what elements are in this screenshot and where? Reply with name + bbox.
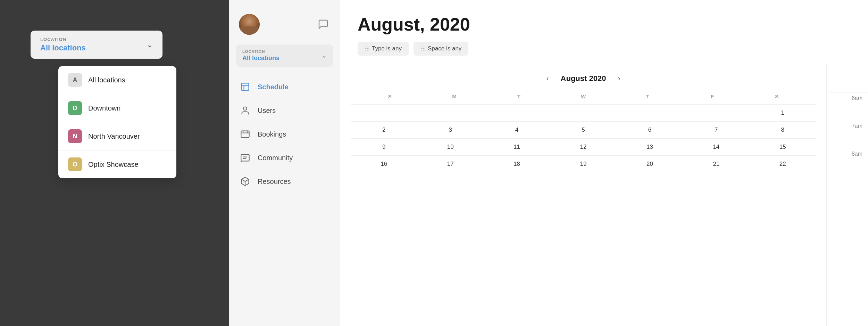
sidebar-item-label-bookings: Bookings	[258, 130, 286, 138]
sidebar-location-label: LOCATION	[242, 49, 279, 54]
day-header-fri: F	[680, 91, 745, 101]
cal-cell-7[interactable]: 7	[683, 122, 749, 138]
dropdown-item-label-downtown: Downtown	[88, 104, 120, 112]
sidebar-item-users[interactable]: Users	[229, 99, 340, 122]
calendar-prev-button[interactable]: ‹	[543, 73, 552, 84]
dropdown-item-label-north: North Vancouver	[88, 132, 140, 140]
chat-icon[interactable]	[316, 17, 330, 31]
sidebar-header	[229, 10, 340, 44]
cal-cell-9[interactable]: 9	[351, 139, 417, 155]
schedule-icon	[239, 81, 251, 93]
cal-cell-empty	[351, 105, 417, 121]
cal-cell-22[interactable]: 22	[750, 156, 816, 172]
cal-cell-12[interactable]: 12	[550, 139, 616, 155]
calendar-week-2: 2 3 4 5 6 7 8	[351, 121, 816, 138]
dropdown-item-north[interactable]: N North Vancouver	[58, 122, 176, 150]
svg-rect-2	[241, 131, 249, 138]
day-header-sun: S	[358, 91, 422, 101]
sidebar-item-label-community: Community	[258, 154, 293, 162]
calendar-week-1: 1	[351, 104, 816, 121]
cal-cell-16[interactable]: 16	[351, 156, 417, 172]
time-slot-8am: 8am	[827, 148, 868, 176]
type-filter-button[interactable]: ☷ Type is any	[358, 42, 409, 56]
day-header-sat: S	[744, 91, 809, 101]
location-dropdown: A All locations D Downtown N North Vanco…	[58, 66, 176, 178]
svg-point-1	[243, 107, 247, 110]
cal-cell-18[interactable]: 18	[484, 156, 550, 172]
cal-cell-19[interactable]: 19	[550, 156, 616, 172]
avatar[interactable]	[239, 14, 260, 35]
main-content: August, 2020 ☷ Type is any ☷ Space is an…	[340, 0, 868, 326]
chevron-down-icon: ⌄	[147, 40, 153, 49]
cal-cell-3[interactable]: 3	[417, 122, 483, 138]
bookings-icon	[239, 128, 251, 140]
cal-cell-1[interactable]: 1	[750, 105, 816, 121]
cal-cell-empty	[550, 105, 616, 121]
day-header-thu: T	[616, 91, 680, 101]
cal-cell-8[interactable]: 8	[750, 122, 816, 138]
left-section: LOCATION All locations ⌄ A All locations…	[0, 0, 229, 326]
time-slot-label-7am: 7am	[852, 123, 862, 129]
cal-cell-21[interactable]: 21	[683, 156, 749, 172]
cal-cell-13[interactable]: 13	[617, 139, 683, 155]
calendar-week-4: 16 17 18 19 20 21 22	[351, 155, 816, 172]
cal-cell-6[interactable]: 6	[617, 122, 683, 138]
sidebar-item-label-users: Users	[258, 107, 276, 115]
filter-icon-type: ☷	[365, 46, 369, 51]
main-app: LOCATION All locations ⌄ Schedule	[229, 0, 868, 326]
location-selector-inner: LOCATION All locations	[40, 37, 86, 52]
time-slot-label-6am: 6am	[852, 95, 862, 101]
space-filter-button[interactable]: ☷ Space is any	[414, 42, 468, 56]
calendar-days-header: S M T W T F S	[351, 91, 816, 101]
sidebar-item-bookings[interactable]: Bookings	[229, 122, 340, 146]
cal-cell-17[interactable]: 17	[417, 156, 483, 172]
users-icon	[239, 104, 251, 117]
cal-cell-20[interactable]: 20	[617, 156, 683, 172]
location-icon-optix: O	[68, 157, 82, 171]
cal-cell-empty	[683, 105, 749, 121]
location-selector-button[interactable]: LOCATION All locations ⌄	[31, 31, 162, 59]
cal-cell-11[interactable]: 11	[484, 139, 550, 155]
community-icon	[239, 152, 251, 164]
day-header-mon: M	[422, 91, 487, 101]
sidebar-item-community[interactable]: Community	[229, 146, 340, 170]
dropdown-item-optix[interactable]: O Optix Showcase	[58, 150, 176, 178]
sidebar-location-value: All locations	[242, 55, 279, 62]
cal-cell-14[interactable]: 14	[683, 139, 749, 155]
day-header-tue: T	[486, 91, 551, 101]
dropdown-item-label-optix: Optix Showcase	[88, 161, 139, 169]
cal-cell-empty	[417, 105, 483, 121]
resources-icon	[239, 175, 251, 188]
svg-rect-0	[242, 83, 249, 91]
sidebar-chevron-icon: ⌄	[322, 52, 327, 59]
location-icon-downtown: D	[68, 101, 82, 115]
filter-bar: ☷ Type is any ☷ Space is any	[358, 42, 851, 56]
content-header: August, 2020 ☷ Type is any ☷ Space is an…	[340, 0, 868, 64]
calendar-week-3: 9 10 11 12 13 14 15	[351, 138, 816, 155]
sidebar-item-label-resources: Resources	[258, 178, 291, 186]
time-slot-label-8am: 8am	[852, 151, 862, 157]
calendar-month-title: August 2020	[561, 74, 606, 83]
sidebar-location-selector[interactable]: LOCATION All locations ⌄	[236, 44, 333, 67]
dropdown-item-downtown[interactable]: D Downtown	[58, 94, 176, 122]
cal-cell-2[interactable]: 2	[351, 122, 417, 138]
cal-cell-15[interactable]: 15	[750, 139, 816, 155]
dropdown-item-label-all: All locations	[88, 76, 125, 84]
dropdown-item-all[interactable]: A All locations	[58, 66, 176, 94]
calendar-main: ‹ August 2020 › S M T W T F S	[340, 64, 826, 326]
time-slots: 6am 7am 8am	[826, 64, 868, 326]
cal-cell-5[interactable]: 5	[550, 122, 616, 138]
sidebar-item-resources[interactable]: Resources	[229, 170, 340, 193]
page-title: August, 2020	[358, 14, 851, 35]
calendar-grid: S M T W T F S	[340, 91, 826, 172]
cal-cell-empty	[617, 105, 683, 121]
calendar-next-button[interactable]: ›	[614, 73, 624, 84]
cal-cell-4[interactable]: 4	[484, 122, 550, 138]
space-filter-label: Space is any	[428, 45, 461, 52]
cal-cell-empty	[484, 105, 550, 121]
location-value-left: All locations	[40, 43, 86, 52]
location-label-left: LOCATION	[40, 37, 86, 42]
sidebar-item-schedule[interactable]: Schedule	[229, 75, 340, 99]
cal-cell-10[interactable]: 10	[417, 139, 483, 155]
type-filter-label: Type is any	[372, 45, 402, 52]
